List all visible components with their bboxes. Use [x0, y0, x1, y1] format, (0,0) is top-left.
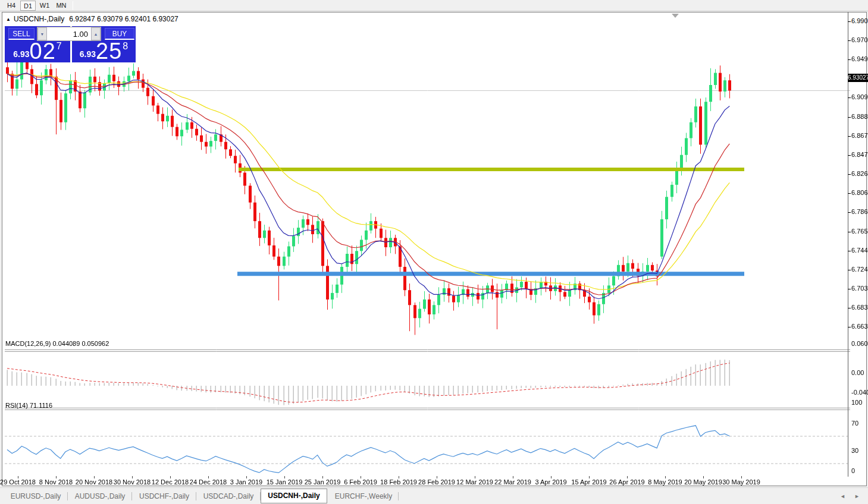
date-axis-tick — [18, 476, 18, 478]
buy-button[interactable]: BUY — [105, 28, 134, 40]
date-axis-tick — [665, 476, 666, 478]
date-axis-tick — [627, 476, 628, 478]
price-axis-label: 6.74470 — [851, 247, 868, 254]
date-axis-tick — [132, 476, 133, 478]
tab-scroll-left-icon[interactable]: ◄ — [840, 493, 845, 499]
volume-decrease-button[interactable]: ▼ — [37, 27, 47, 40]
price-axis-label: 6.97030 — [851, 36, 868, 43]
price-axis-label: 6.94990 — [851, 55, 868, 62]
rsi-axis-label: 100 — [851, 399, 868, 406]
current-price-tag: 6.93027 — [848, 74, 868, 82]
timeframe-toolbar: H4D1W1MN — [0, 0, 868, 11]
date-axis-tick — [551, 476, 551, 478]
volume-input[interactable] — [47, 27, 91, 40]
timeframe-button-d1[interactable]: D1 — [20, 1, 36, 11]
chart-tab-eurusd[interactable]: EURUSD-,Daily — [5, 490, 67, 503]
one-click-trading-panel: SELL 6.93 02 7 BUY 6.93 25 8 ▼ ▲ — [5, 26, 136, 62]
macd-axis-label: 0.060342 — [851, 340, 868, 347]
tab-separator — [131, 492, 132, 500]
chart-tab-usdchf[interactable]: USDCHF-,Daily — [133, 490, 195, 503]
price-axis-tick — [848, 232, 851, 232]
date-axis-tick — [361, 476, 361, 478]
price-axis-label: 6.70390 — [851, 285, 868, 292]
timeframe-button-mn[interactable]: MN — [54, 1, 69, 11]
date-axis-tick — [170, 476, 171, 478]
date-axis-label: 30 May 2019 — [715, 478, 768, 486]
rsi-axis-label: 70 — [851, 420, 868, 427]
rsi-axis-label: 0 — [851, 467, 868, 474]
price-axis-tick — [848, 270, 851, 270]
macd-axis-label: -0.04041 — [851, 389, 868, 396]
date-axis-tick — [703, 476, 704, 478]
price-axis-tick — [848, 155, 851, 156]
tab-scroll-right-icon[interactable]: ► — [854, 493, 860, 499]
ohlc-values: 6.92847 6.93079 6.92401 6.93027 — [69, 15, 178, 23]
chart-tab-bar: ◄ ► EURUSD-,DailyAUDUSD-,DailyUSDCHF-,Da… — [0, 487, 868, 504]
buy-price-big: 25 — [96, 41, 122, 61]
rsi-label: RSI(14) 71.1116 — [5, 402, 52, 409]
timeframe-button-h4[interactable]: H4 — [4, 1, 19, 11]
date-axis-tick — [513, 476, 513, 478]
price-axis-tick — [848, 174, 851, 175]
sell-price-prefix: 6.93 — [13, 49, 29, 59]
date-axis-tick — [589, 476, 590, 478]
price-axis-tick — [848, 193, 851, 194]
sell-price-pip: 7 — [57, 41, 62, 52]
sell-price-big: 02 — [30, 41, 56, 61]
date-axis-tick — [437, 476, 437, 478]
tab-separator — [67, 492, 68, 500]
collapse-panel-icon[interactable]: ▲ — [6, 17, 11, 22]
price-axis-tick — [848, 21, 851, 22]
chart-tab-usdcad[interactable]: USDCAD-,Daily — [198, 490, 259, 503]
date-axis-tick — [246, 476, 247, 478]
date-axis-tick — [284, 476, 285, 478]
timeframe-button-w1[interactable]: W1 — [37, 1, 52, 11]
price-axis-tick — [848, 251, 851, 251]
buy-price-pip: 8 — [123, 41, 128, 52]
price-axis-label: 6.76510 — [851, 228, 868, 235]
mt4-application: H4D1W1MN ▲USDCNH-,Daily6.92847 6.93079 6… — [0, 0, 868, 504]
price-axis-label: 6.80650 — [851, 189, 868, 196]
price-axis-label: 6.84730 — [851, 151, 868, 158]
price-axis-tick — [848, 289, 851, 289]
sell-button[interactable]: SELL — [8, 28, 35, 40]
tab-separator — [398, 492, 399, 500]
macd-label: MACD(12,26,9) 0.044089 0.050962 — [5, 340, 109, 347]
price-axis-label: 6.82690 — [851, 170, 868, 177]
volume-increase-button[interactable]: ▲ — [91, 27, 101, 40]
price-axis-tick — [848, 308, 851, 308]
date-axis-tick — [741, 476, 742, 478]
price-axis-tick — [848, 212, 851, 213]
price-chart-canvas[interactable] — [5, 24, 850, 489]
date-axis-tick — [322, 476, 323, 478]
chart-tab-usdcnh[interactable]: USDCNH-,Daily — [261, 489, 327, 503]
rsi-axis-label: 30 — [851, 447, 868, 454]
price-axis-tick — [848, 40, 851, 41]
volume-stepper: ▼ ▲ — [37, 27, 101, 41]
symbol-name: USDCNH-,Daily — [14, 15, 64, 23]
date-axis-tick — [56, 476, 57, 478]
price-axis-label: 6.90910 — [851, 93, 868, 100]
chart-tab-audusd[interactable]: AUDUSD-,Daily — [69, 490, 131, 503]
price-axis-tick — [848, 59, 851, 60]
macd-axis-label: 0.00 — [851, 369, 868, 376]
date-axis-tick — [94, 476, 95, 478]
price-axis-label: 6.99070 — [851, 17, 868, 24]
date-axis-tick — [208, 476, 209, 478]
date-axis-tick — [399, 476, 399, 478]
buy-price: 6.93 25 8 — [72, 41, 136, 61]
date-axis-tick — [475, 476, 475, 478]
toolbar-separator — [73, 1, 73, 10]
sell-price: 6.93 02 7 — [5, 41, 70, 61]
tab-separator — [196, 492, 196, 500]
price-axis-label: 6.88810 — [851, 113, 868, 120]
price-axis-label: 6.78610 — [851, 208, 868, 215]
price-axis-label: 6.86770 — [851, 132, 868, 139]
price-axis-label: 6.68350 — [851, 304, 868, 311]
price-axis-label: 6.66310 — [851, 323, 868, 330]
price-axis-tick — [848, 117, 851, 118]
chart-tab-eurchf[interactable]: EURCHF-,Weekly — [330, 490, 397, 503]
price-axis-tick — [848, 97, 851, 98]
price-axis-tick — [848, 136, 851, 137]
chart-shift-icon[interactable] — [672, 14, 679, 18]
